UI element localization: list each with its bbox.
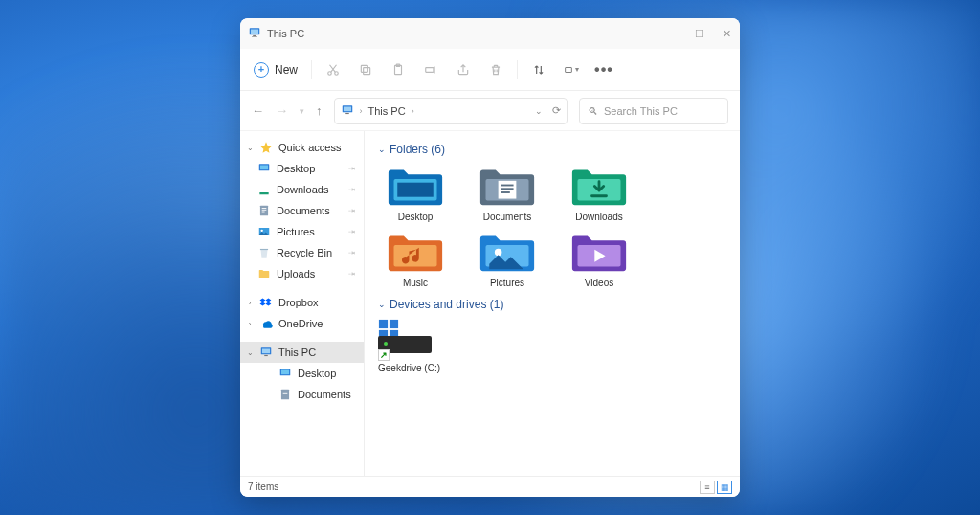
back-button[interactable]: ← xyxy=(252,103,264,118)
svg-rect-17 xyxy=(260,206,268,216)
chevron-right-icon: › xyxy=(360,106,363,116)
minimize-button[interactable]: ─ xyxy=(667,28,679,40)
documents-icon xyxy=(278,388,292,401)
sidebar-item-documents[interactable]: Documents 📌︎ xyxy=(240,200,364,221)
section-label: Folders (6) xyxy=(390,143,445,156)
folder-label: Downloads xyxy=(575,212,622,222)
sidebar-item-recycle-bin[interactable]: Recycle Bin 📌︎ xyxy=(240,242,364,263)
statusbar-text: 7 items xyxy=(248,481,278,492)
folder-music[interactable]: Music xyxy=(378,230,453,288)
dropbox-icon xyxy=(259,296,273,309)
search-input[interactable]: 🔍︎ Search This PC xyxy=(579,98,728,124)
drive-c[interactable]: ↗ Geekdrive (C:) xyxy=(378,319,453,373)
refresh-icon[interactable]: ⟳ xyxy=(552,104,561,117)
sort-icon[interactable] xyxy=(531,62,546,78)
svg-rect-2 xyxy=(253,35,256,36)
folder-label: Videos xyxy=(585,278,613,288)
rename-icon[interactable] xyxy=(423,62,438,78)
svg-rect-13 xyxy=(343,106,350,111)
svg-rect-19 xyxy=(262,210,267,211)
new-button[interactable]: + New xyxy=(254,62,298,78)
sidebar-item-label: This PC xyxy=(278,347,316,358)
music-folder-icon xyxy=(387,230,444,274)
svg-rect-44 xyxy=(379,320,388,328)
svg-rect-38 xyxy=(501,191,509,193)
folders-section-header[interactable]: ⌄ Folders (6) xyxy=(378,143,726,156)
sidebar: ⌄ Quick access Desktop 📌︎ Downloads 📌︎ D… xyxy=(240,131,365,476)
folder-downloads[interactable]: Downloads xyxy=(562,164,636,222)
content-pane: ⌄ Folders (6) Desktop Documents xyxy=(365,131,740,476)
search-placeholder: Search This PC xyxy=(604,105,678,117)
pin-icon: 📌︎ xyxy=(346,184,358,195)
folder-videos[interactable]: Videos xyxy=(562,230,636,288)
sidebar-item-label: Desktop xyxy=(298,368,336,379)
sidebar-item-uploads[interactable]: Uploads 📌︎ xyxy=(240,263,364,284)
svg-rect-30 xyxy=(283,392,288,392)
svg-rect-29 xyxy=(281,390,289,400)
sidebar-item-desktop[interactable]: Desktop 📌︎ xyxy=(240,158,364,179)
share-icon[interactable] xyxy=(456,62,471,78)
svg-rect-26 xyxy=(264,355,268,356)
sidebar-item-downloads[interactable]: Downloads 📌︎ xyxy=(240,179,364,200)
details-view-toggle[interactable]: ≡ xyxy=(700,481,715,494)
svg-rect-45 xyxy=(390,320,398,328)
forward-button[interactable]: → xyxy=(276,103,288,118)
svg-rect-20 xyxy=(262,212,265,213)
drives-grid: ↗ Geekdrive (C:) xyxy=(378,319,726,373)
up-button[interactable]: ↑ xyxy=(316,103,323,118)
sidebar-item-desktop[interactable]: › Desktop xyxy=(240,363,364,384)
sidebar-item-documents[interactable]: › Documents xyxy=(240,384,364,405)
paste-icon[interactable] xyxy=(390,62,406,78)
chevron-right-icon: › xyxy=(412,106,414,116)
downloads-folder-icon xyxy=(570,164,628,208)
drives-section-header[interactable]: ⌄ Devices and drives (1) xyxy=(378,298,726,311)
this-pc-icon xyxy=(248,26,267,41)
sidebar-item-label: Recycle Bin xyxy=(277,247,332,258)
svg-rect-31 xyxy=(283,393,288,394)
folder-documents[interactable]: Documents xyxy=(470,164,545,222)
folder-label: Documents xyxy=(483,212,532,222)
cut-icon[interactable] xyxy=(325,62,341,78)
sidebar-item-pictures[interactable]: Pictures 📌︎ xyxy=(240,221,364,242)
this-pc-icon xyxy=(341,103,354,119)
svg-rect-37 xyxy=(501,188,513,190)
address-bar[interactable]: › This PC › ⌄ ⟳ xyxy=(334,98,568,124)
close-button[interactable]: ✕ xyxy=(721,28,732,40)
sidebar-item-label: Pictures xyxy=(277,226,315,237)
maximize-button[interactable]: ☐ xyxy=(694,28,705,40)
desktop-icon xyxy=(278,367,292,380)
sidebar-item-this-pc[interactable]: ⌄ This PC xyxy=(240,342,364,363)
svg-point-22 xyxy=(261,230,263,232)
pictures-icon xyxy=(257,225,271,238)
drive-icon: ↗ xyxy=(378,319,434,361)
recent-locations-button[interactable]: ▾ xyxy=(300,106,304,116)
pictures-folder-icon xyxy=(479,230,536,274)
videos-folder-icon xyxy=(570,230,628,274)
svg-rect-25 xyxy=(262,349,270,354)
address-text: This PC xyxy=(368,105,406,117)
sidebar-item-label: Desktop xyxy=(277,163,315,174)
sidebar-item-onedrive[interactable]: › OneDrive xyxy=(240,313,364,334)
copy-icon[interactable] xyxy=(358,62,373,78)
documents-icon xyxy=(257,204,271,217)
svg-rect-6 xyxy=(364,67,370,74)
sidebar-item-label: Downloads xyxy=(277,184,328,195)
folder-label: Desktop xyxy=(398,212,434,222)
chevron-down-icon: ⌄ xyxy=(378,300,386,309)
folder-icon xyxy=(257,267,271,280)
dropdown-icon[interactable]: ⌄ xyxy=(535,106,543,116)
view-icon[interactable]: ▾ xyxy=(564,62,579,78)
desktop-folder-icon xyxy=(387,164,444,208)
sidebar-quick-access[interactable]: ⌄ Quick access xyxy=(240,137,364,158)
more-icon[interactable]: ••• xyxy=(596,62,612,78)
navbar: ← → ▾ ↑ › This PC › ⌄ ⟳ 🔍︎ Search This P… xyxy=(240,91,740,131)
svg-point-42 xyxy=(495,249,502,257)
sidebar-item-dropbox[interactable]: › Dropbox xyxy=(240,292,364,313)
delete-icon[interactable] xyxy=(488,62,503,78)
icons-view-toggle[interactable]: ▦ xyxy=(717,481,732,494)
window-title: This PC xyxy=(267,28,304,39)
sidebar-item-label: OneDrive xyxy=(278,318,323,329)
folder-desktop[interactable]: Desktop xyxy=(378,164,453,222)
folder-pictures[interactable]: Pictures xyxy=(470,230,545,288)
toolbar-divider xyxy=(517,60,518,79)
